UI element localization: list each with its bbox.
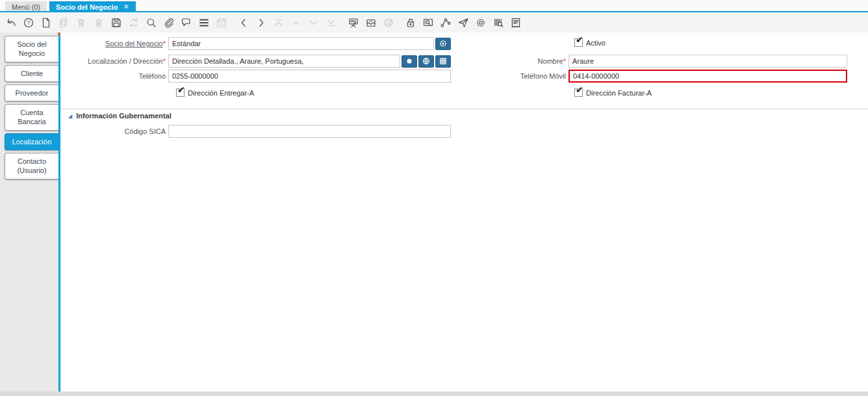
checkmark-icon: ✔ <box>177 85 185 95</box>
section-title: Información Gubernamental <box>76 112 172 120</box>
business-partner-label: Socio del Negocio* <box>64 40 168 47</box>
window-bottom-edge <box>0 391 868 396</box>
main-area: Socio del Negocio Cliente Proveedor Cuen… <box>0 33 868 391</box>
sidebar-tab-label: Localización <box>12 138 52 146</box>
preferences-icon[interactable] <box>475 17 487 29</box>
lock-icon[interactable] <box>405 17 416 29</box>
ship-address-checkbox[interactable]: ✔ <box>176 88 185 97</box>
calendar-icon: 31 <box>216 17 227 29</box>
find-icon[interactable] <box>146 17 157 29</box>
tab-menu-label: Menú (0) <box>12 3 40 11</box>
tab-socio-label: Socio del Negocio <box>56 3 118 11</box>
location-label: Localización / Dirección* <box>64 57 168 65</box>
parent-record-icon <box>290 17 302 29</box>
mobile-label: Teléfono Móvil <box>479 72 568 80</box>
location-detail-button[interactable] <box>435 55 451 68</box>
sidebar-tab-cuenta-bancaria[interactable]: Cuenta Bancaria <box>5 104 58 131</box>
sidebar-tab-label: Socio del Negocio <box>17 40 46 57</box>
last-record-icon <box>326 17 337 29</box>
active-checkbox[interactable]: ✔ <box>574 38 583 47</box>
process-icon[interactable] <box>348 17 359 29</box>
svg-text:?: ? <box>27 20 31 26</box>
sidebar-tab-socio-del-negocio[interactable]: Socio del Negocio <box>5 36 58 62</box>
sidebar-tab-localizacion[interactable]: Localización <box>5 133 58 150</box>
toolbar: ? 31 <box>0 12 868 33</box>
sidebar-tab-contacto-usuario[interactable]: Contacto (Usuario) <box>5 153 58 179</box>
location-map-button[interactable] <box>418 55 434 68</box>
mobile-input[interactable] <box>568 70 847 83</box>
tabbar-accent-line <box>0 11 868 12</box>
invoice-address-label: Dirección Facturar-A <box>586 89 652 97</box>
next-record-icon[interactable] <box>255 17 267 29</box>
phone-label: Teléfono <box>64 72 168 80</box>
new-record-icon[interactable] <box>40 17 52 29</box>
sidebar-tab-label: Contacto (Usuario) <box>17 157 46 174</box>
svg-text:31: 31 <box>220 22 223 26</box>
detail-record-icon <box>308 17 320 29</box>
copy-record-icon <box>58 17 70 29</box>
product-info-icon[interactable] <box>492 17 504 29</box>
chat-icon[interactable] <box>181 17 192 29</box>
report-icon[interactable] <box>510 17 522 29</box>
sidebar: Socio del Negocio Cliente Proveedor Cuen… <box>0 33 58 391</box>
attachment-icon[interactable] <box>163 17 175 29</box>
checkmark-icon: ✔ <box>576 85 583 95</box>
previous-record-icon[interactable] <box>238 17 249 29</box>
application-window: Menú (0) Socio del Negocio ✕ ? 31 <box>0 0 868 396</box>
collapse-section-icon[interactable]: ◢ <box>68 113 72 119</box>
location-record-button[interactable] <box>402 55 417 68</box>
checkmark-icon: ✔ <box>576 34 583 45</box>
invoice-address-checkbox[interactable]: ✔ <box>574 88 583 97</box>
requests-icon[interactable] <box>457 17 469 29</box>
sica-label: Código SICA <box>64 127 168 135</box>
section-separator <box>60 109 868 109</box>
business-partner-input[interactable] <box>168 37 434 50</box>
name-input[interactable] <box>568 55 847 68</box>
zoom-across-icon[interactable] <box>422 17 434 29</box>
required-asterisk: * <box>163 40 166 47</box>
first-record-icon <box>273 17 285 29</box>
close-tab-icon[interactable]: ✕ <box>123 3 129 11</box>
location-input[interactable] <box>168 55 400 68</box>
business-partner-label-link[interactable]: Socio del Negocio <box>105 40 163 47</box>
window-tab-bar: Menú (0) Socio del Negocio ✕ <box>0 0 868 12</box>
sidebar-tab-label: Proveedor <box>16 89 49 97</box>
refresh-icon <box>128 17 140 29</box>
delete-selection-icon <box>93 17 105 29</box>
undo-icon[interactable] <box>5 17 17 29</box>
sidebar-tab-label: Cliente <box>21 70 43 77</box>
required-asterisk: * <box>163 57 166 65</box>
archive-icon[interactable] <box>365 17 377 29</box>
delete-record-icon <box>75 17 87 29</box>
name-label: Nombre* <box>479 57 568 65</box>
section-header: ◢ Información Gubernamental <box>68 112 172 120</box>
active-label: Activo <box>586 39 606 47</box>
toggle-grid-icon[interactable] <box>198 17 210 29</box>
workflow-icon[interactable] <box>440 17 452 29</box>
sidebar-tab-cliente[interactable]: Cliente <box>5 65 58 82</box>
form-content: Socio del Negocio* Localización / Direcc… <box>60 33 868 391</box>
sica-input[interactable] <box>168 125 451 138</box>
save-icon[interactable] <box>110 17 122 29</box>
required-asterisk: * <box>563 57 566 65</box>
phone-input[interactable] <box>168 70 451 83</box>
sidebar-tab-proveedor[interactable]: Proveedor <box>5 85 58 101</box>
ship-address-label: Dirección Entregar-A <box>188 89 254 97</box>
sidebar-tab-label: Cuenta Bancaria <box>18 109 45 125</box>
print-icon <box>383 17 394 29</box>
record-info-button[interactable] <box>435 38 451 50</box>
help-icon[interactable]: ? <box>23 17 34 29</box>
